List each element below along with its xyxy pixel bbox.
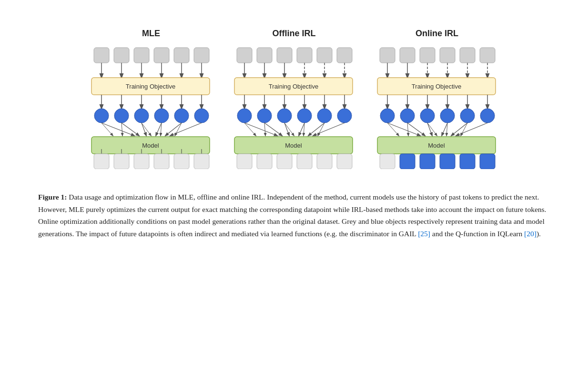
svg-line-130 — [427, 123, 437, 136]
svg-rect-53 — [277, 48, 292, 63]
svg-rect-101 — [480, 48, 495, 63]
svg-line-124 — [427, 123, 432, 136]
svg-line-128 — [387, 123, 399, 136]
svg-line-81 — [308, 123, 324, 136]
svg-rect-52 — [257, 48, 272, 63]
svg-text:Model: Model — [428, 142, 445, 149]
svg-line-132 — [461, 123, 467, 136]
diagram-online-irl: Online IRL Training Objective — [373, 29, 501, 169]
svg-rect-45 — [94, 154, 109, 169]
svg-rect-95 — [337, 154, 352, 169]
svg-rect-46 — [114, 154, 129, 169]
svg-line-129 — [407, 123, 408, 136]
svg-point-120 — [460, 109, 475, 123]
svg-rect-0 — [94, 48, 109, 63]
svg-line-84 — [264, 123, 265, 136]
svg-line-27 — [122, 123, 139, 136]
svg-rect-49 — [174, 154, 189, 169]
svg-line-83 — [244, 123, 256, 136]
diagram-offline-irl-title: Offline IRL — [273, 29, 316, 39]
svg-rect-54 — [297, 48, 312, 63]
svg-line-33 — [122, 123, 122, 136]
svg-point-22 — [134, 109, 149, 123]
svg-text:Training Objective: Training Objective — [269, 83, 318, 90]
svg-rect-47 — [134, 154, 149, 169]
diagram-mle-svg: Training Objective — [87, 45, 215, 169]
svg-rect-137 — [420, 154, 435, 169]
svg-point-76 — [337, 109, 352, 123]
svg-rect-94 — [317, 154, 332, 169]
svg-point-25 — [194, 109, 209, 123]
svg-point-72 — [257, 109, 272, 123]
svg-line-85 — [284, 123, 294, 136]
svg-rect-135 — [380, 154, 395, 169]
svg-line-127 — [456, 123, 487, 136]
svg-line-82 — [313, 123, 345, 136]
svg-point-75 — [317, 109, 332, 123]
svg-rect-51 — [237, 48, 252, 63]
svg-rect-138 — [440, 154, 455, 169]
svg-rect-139 — [460, 154, 475, 169]
diagram-mle-title: MLE — [142, 29, 160, 39]
svg-point-117 — [400, 109, 415, 123]
svg-rect-4 — [174, 48, 189, 63]
svg-rect-55 — [317, 48, 332, 63]
diagram-offline-irl-svg: Training Objective — [230, 45, 358, 169]
svg-rect-92 — [277, 154, 292, 169]
diagram-offline-irl: Offline IRL Training Objectiv — [230, 29, 358, 169]
svg-text:Model: Model — [285, 142, 302, 149]
svg-rect-97 — [400, 48, 415, 63]
svg-point-71 — [237, 109, 252, 123]
svg-line-79 — [284, 123, 289, 136]
svg-rect-99 — [440, 48, 455, 63]
svg-rect-100 — [460, 48, 475, 63]
svg-line-31 — [170, 123, 202, 136]
svg-line-87 — [318, 123, 324, 136]
svg-rect-3 — [154, 48, 169, 63]
svg-text:Training Objective: Training Objective — [412, 83, 461, 90]
svg-text:Training Objective: Training Objective — [126, 83, 175, 90]
svg-point-24 — [174, 109, 189, 123]
svg-rect-50 — [194, 154, 209, 169]
svg-line-122 — [387, 123, 420, 136]
svg-point-21 — [114, 109, 129, 123]
diagrams-row: MLE Training Objective — [38, 29, 550, 169]
ref-25[interactable]: [25] — [418, 230, 430, 238]
svg-point-73 — [277, 109, 292, 123]
svg-point-121 — [480, 109, 495, 123]
svg-rect-98 — [420, 48, 435, 63]
svg-line-32 — [101, 123, 113, 136]
svg-line-26 — [101, 123, 134, 136]
svg-rect-1 — [114, 48, 129, 63]
diagram-online-irl-title: Online IRL — [416, 29, 458, 39]
svg-line-30 — [165, 123, 182, 136]
svg-line-126 — [451, 123, 467, 136]
svg-point-116 — [380, 109, 395, 123]
svg-rect-140 — [480, 154, 495, 169]
svg-line-28 — [142, 123, 146, 136]
diagram-online-irl-svg: Training Objective — [373, 45, 501, 169]
diagram-mle: MLE Training Objective — [87, 29, 215, 169]
svg-rect-48 — [154, 154, 169, 169]
svg-rect-96 — [380, 48, 395, 63]
svg-line-78 — [264, 123, 282, 136]
svg-point-20 — [94, 109, 109, 123]
svg-rect-136 — [400, 154, 415, 169]
svg-line-36 — [175, 123, 182, 136]
caption-label: Figure 1: — [38, 193, 67, 201]
svg-rect-91 — [257, 154, 272, 169]
svg-line-34 — [142, 123, 151, 136]
svg-point-74 — [297, 109, 312, 123]
ref-20[interactable]: [20] — [524, 230, 537, 238]
svg-rect-2 — [134, 48, 149, 63]
svg-line-77 — [244, 123, 277, 136]
figure-container: MLE Training Objective — [38, 29, 550, 240]
svg-text:Model: Model — [142, 142, 159, 149]
svg-rect-90 — [237, 154, 252, 169]
svg-rect-5 — [194, 48, 209, 63]
figure-caption: Figure 1: Data usage and optimization fl… — [38, 191, 550, 240]
svg-point-23 — [154, 109, 169, 123]
svg-rect-93 — [297, 154, 312, 169]
caption-text: Data usage and optimization flow in MLE,… — [38, 193, 546, 238]
svg-point-119 — [440, 109, 455, 123]
